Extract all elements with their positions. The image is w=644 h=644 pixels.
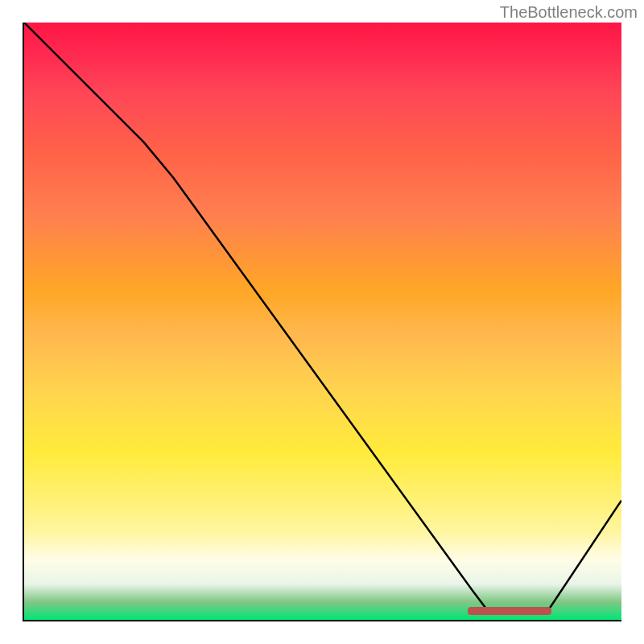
watermark-text: TheBottleneck.com — [500, 3, 638, 22]
bottleneck-curve — [24, 23, 621, 620]
chart-area — [23, 23, 621, 621]
optimal-range-marker — [468, 607, 551, 615]
